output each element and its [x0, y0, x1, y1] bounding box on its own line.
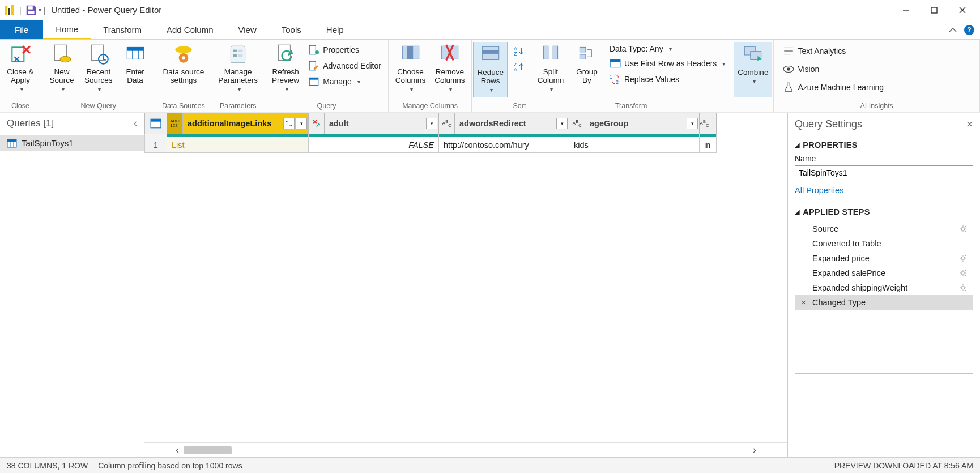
manage-parameters-button[interactable]: Manage Parameters — [215, 42, 261, 97]
svg-rect-4 — [28, 11, 34, 14]
reduce-rows-button[interactable]: Reduce Rows — [473, 42, 508, 97]
collapse-steps-icon[interactable]: ◢ — [795, 208, 799, 216]
close-button[interactable] — [948, 0, 977, 20]
group-parameters-label: Parameters — [215, 101, 261, 112]
advanced-editor-button[interactable]: Advanced Editor — [306, 59, 384, 73]
properties-button[interactable]: Properties — [306, 43, 384, 57]
combine-button[interactable]: Combine — [734, 42, 772, 97]
column-header[interactable]: adult▾ — [309, 113, 439, 134]
refresh-preview-button[interactable]: Refresh Preview — [269, 42, 302, 97]
tab-help[interactable]: Help — [314, 20, 356, 39]
new-source-button[interactable]: New Source — [45, 42, 79, 97]
close-apply-label: Close & Apply — [7, 68, 33, 85]
vision-label: Vision — [798, 65, 819, 74]
applied-step[interactable]: Changed Type — [795, 295, 973, 310]
text-analytics-button[interactable]: Text Analytics — [781, 44, 886, 58]
collapse-properties-icon[interactable]: ◢ — [795, 142, 799, 149]
settings-title: Query Settings — [795, 118, 862, 130]
column-header[interactable]: ABCadwordsRedirect▾ — [439, 113, 569, 134]
cell[interactable]: http://contoso.com/hury — [439, 137, 569, 153]
enter-data-button[interactable]: Enter Data — [118, 42, 152, 97]
tab-transform[interactable]: Transform — [91, 20, 154, 39]
filter-dropdown-icon[interactable]: ▾ — [296, 118, 307, 129]
parameters-icon — [226, 43, 250, 66]
data-type-button[interactable]: Data Type: Any — [607, 43, 727, 54]
applied-step[interactable]: Expanded price — [795, 251, 973, 266]
tab-add-column[interactable]: Add Column — [154, 20, 226, 39]
azure-ml-button[interactable]: Azure Machine Learning — [781, 80, 886, 94]
help-icon[interactable]: ? — [964, 25, 974, 35]
save-icon[interactable] — [25, 4, 37, 16]
svg-point-23 — [182, 56, 185, 59]
svg-rect-15 — [91, 45, 103, 60]
applied-step[interactable]: Source — [795, 221, 973, 236]
svg-text:A: A — [514, 67, 517, 73]
collapse-queries-icon[interactable]: ‹ — [134, 117, 137, 129]
replace-values-label: Replace Values — [624, 75, 679, 84]
sort-asc-button[interactable]: AZ — [512, 44, 527, 58]
table-row[interactable]: 1ListFALSEhttp://contoso.com/hurykidsin — [144, 137, 787, 153]
column-header[interactable]: ABC123additionalImageLinks▾ — [167, 113, 309, 134]
filter-dropdown-icon[interactable]: ▾ — [687, 118, 698, 129]
maximize-button[interactable] — [920, 0, 948, 20]
horizontal-scrollbar[interactable]: ‹ › — [144, 442, 787, 457]
cell[interactable]: in — [700, 137, 717, 153]
cell[interactable]: kids — [569, 137, 700, 153]
gear-icon[interactable] — [959, 269, 967, 277]
expand-icon[interactable] — [283, 118, 295, 129]
close-apply-icon — [8, 43, 32, 66]
qat-dropdown[interactable]: ▾ — [39, 7, 41, 13]
manage-query-button[interactable]: Manage — [306, 75, 384, 88]
enter-data-label: Enter Data — [126, 68, 144, 85]
all-properties-link[interactable]: All Properties — [795, 186, 973, 195]
scroll-left-icon[interactable]: ‹ — [176, 444, 179, 456]
sort-desc-button[interactable]: ZA — [512, 60, 527, 74]
datatype-icon[interactable]: ABC — [700, 113, 709, 134]
svg-rect-25 — [233, 50, 237, 52]
grid-corner[interactable] — [144, 113, 167, 134]
column-header[interactable]: ABC — [700, 113, 717, 134]
choose-columns-button[interactable]: Choose Columns — [392, 42, 429, 97]
query-name-input[interactable] — [795, 165, 973, 180]
cell[interactable]: List — [167, 137, 309, 153]
group-datasources-label: Data Sources — [160, 101, 208, 112]
replace-values-button[interactable]: 12Replace Values — [607, 73, 727, 86]
gear-icon[interactable] — [959, 284, 967, 292]
split-column-button[interactable]: Split Column — [534, 42, 568, 97]
datatype-icon[interactable]: ABC — [439, 113, 455, 134]
tab-home[interactable]: Home — [43, 20, 91, 39]
properties-header: PROPERTIES — [803, 140, 857, 150]
group-by-button[interactable]: Group By — [570, 42, 604, 97]
query-settings-pane: Query Settings ✕ ◢PROPERTIES Name All Pr… — [787, 113, 980, 457]
column-header[interactable]: ABCageGroup▾ — [569, 113, 700, 134]
datatype-icon[interactable]: ABC123 — [167, 113, 183, 134]
group-newquery-label: New Query — [45, 101, 152, 112]
filter-dropdown-icon[interactable]: ▾ — [556, 118, 568, 129]
query-item[interactable]: TailSpinToys1 — [0, 135, 144, 151]
scroll-thumb[interactable] — [184, 446, 232, 454]
tab-view[interactable]: View — [226, 20, 269, 39]
cell[interactable]: FALSE — [309, 137, 439, 153]
sort-asc-icon: AZ — [514, 45, 525, 57]
data-source-settings-label: Data source settings — [163, 68, 204, 85]
vision-button[interactable]: Vision — [781, 62, 886, 76]
applied-step[interactable]: Converted to Table — [795, 236, 973, 251]
close-settings-icon[interactable]: ✕ — [966, 119, 973, 130]
datatype-icon[interactable]: ABC — [569, 113, 585, 134]
datatype-icon[interactable] — [309, 113, 325, 134]
tab-file[interactable]: File — [0, 20, 43, 39]
data-source-settings-button[interactable]: Data source settings — [160, 42, 208, 97]
recent-sources-button[interactable]: Recent Sources — [81, 42, 116, 97]
gear-icon[interactable] — [959, 225, 967, 233]
scroll-right-icon[interactable]: › — [753, 444, 756, 456]
gear-icon[interactable] — [959, 254, 967, 262]
collapse-ribbon-icon[interactable] — [948, 27, 957, 33]
tab-tools[interactable]: Tools — [269, 20, 314, 39]
first-row-headers-button[interactable]: Use First Row as Headers — [607, 57, 727, 70]
filter-dropdown-icon[interactable]: ▾ — [426, 118, 437, 129]
remove-columns-button[interactable]: Remove Columns — [431, 42, 468, 97]
close-apply-button[interactable]: Close & Apply — [3, 42, 37, 97]
minimize-button[interactable] — [892, 0, 920, 20]
applied-step[interactable]: Expanded shippingWeight — [795, 280, 973, 295]
applied-step[interactable]: Expanded salePrice — [795, 266, 973, 280]
